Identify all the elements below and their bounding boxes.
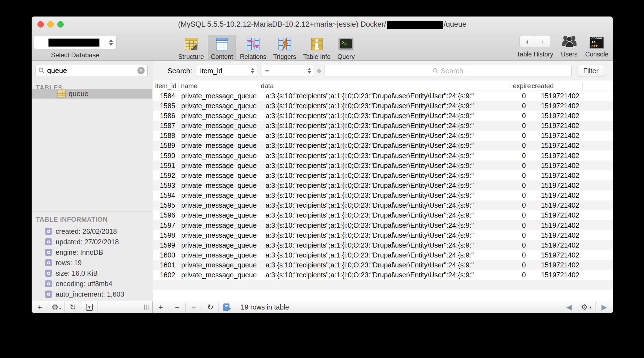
cell-expire[interactable]: 0 bbox=[510, 152, 529, 160]
column-header-name[interactable]: name bbox=[178, 81, 258, 91]
cell-item_id[interactable]: 1595 bbox=[153, 201, 178, 209]
table-filter-field[interactable]: queue × bbox=[35, 64, 148, 77]
triggers-button[interactable]: Triggers bbox=[270, 35, 299, 62]
cell-data[interactable]: a:3:{s:10:"recipients";a:1:{i:0;O:23:"Dr… bbox=[258, 241, 510, 249]
query-button[interactable]: Query bbox=[335, 35, 358, 62]
users-button[interactable]: Users bbox=[561, 35, 578, 58]
cell-expire[interactable]: 0 bbox=[510, 271, 529, 279]
cell-created[interactable]: 1519721402 bbox=[529, 261, 583, 269]
refresh-tables-button[interactable]: ↻ bbox=[65, 301, 81, 313]
filter-button[interactable]: Filter bbox=[578, 65, 604, 77]
table-row[interactable]: 1590private_message_queuea:3:{s:10:"reci… bbox=[153, 151, 613, 161]
cell-data[interactable]: a:3:{s:10:"recipients";a:1:{i:0;O:23:"Dr… bbox=[258, 132, 510, 140]
cell-created[interactable]: 1519721402 bbox=[529, 122, 583, 130]
table-row[interactable]: 1587private_message_queuea:3:{s:10:"reci… bbox=[153, 121, 613, 131]
table-row[interactable]: 1597private_message_queuea:3:{s:10:"reci… bbox=[153, 220, 613, 230]
refresh-rows-button[interactable]: ↻ bbox=[202, 303, 219, 312]
cell-name[interactable]: private_message_queue bbox=[178, 102, 258, 110]
column-header-data[interactable]: data bbox=[258, 81, 510, 91]
duplicate-row-button[interactable]: ＋ bbox=[186, 302, 202, 313]
cell-name[interactable]: private_message_queue bbox=[178, 112, 258, 120]
table-row[interactable]: 1596private_message_queuea:3:{s:10:"reci… bbox=[153, 210, 613, 220]
cell-name[interactable]: private_message_queue bbox=[178, 271, 258, 279]
cell-expire[interactable]: 0 bbox=[510, 261, 529, 269]
table-row[interactable]: 1592private_message_queuea:3:{s:10:"reci… bbox=[153, 170, 613, 180]
previous-page-button[interactable]: ◀ bbox=[560, 301, 578, 313]
cell-item_id[interactable]: 1592 bbox=[153, 172, 178, 180]
cell-expire[interactable]: 0 bbox=[510, 142, 529, 150]
cell-data[interactable]: a:3:{s:10:"recipients";a:1:{i:0;O:23:"Dr… bbox=[258, 251, 510, 259]
cell-name[interactable]: private_message_queue bbox=[178, 122, 258, 130]
cell-data[interactable]: a:3:{s:10:"recipients";a:1:{i:0;O:23:"Dr… bbox=[258, 142, 510, 150]
console-button[interactable]: conso le off Console bbox=[585, 36, 608, 58]
cell-data[interactable]: a:3:{s:10:"recipients";a:1:{i:0;O:23:"Dr… bbox=[258, 162, 510, 170]
cell-created[interactable]: 1519721402 bbox=[529, 251, 583, 259]
cell-name[interactable]: private_message_queue bbox=[178, 231, 258, 239]
cell-data[interactable]: a:3:{s:10:"recipients";a:1:{i:0;O:23:"Dr… bbox=[258, 92, 510, 100]
table-row[interactable]: 1588private_message_queuea:3:{s:10:"reci… bbox=[153, 131, 613, 141]
cell-expire[interactable]: 0 bbox=[510, 231, 529, 239]
cell-name[interactable]: private_message_queue bbox=[178, 241, 258, 249]
cell-created[interactable]: 1519721402 bbox=[529, 152, 583, 160]
cell-created[interactable]: 1519721402 bbox=[529, 211, 583, 219]
relations-button[interactable]: Relations bbox=[237, 35, 269, 62]
table-row[interactable]: 1584private_message_queuea:3:{s:10:"reci… bbox=[153, 91, 613, 101]
next-page-button[interactable]: ▶ bbox=[595, 301, 613, 313]
cell-name[interactable]: private_message_queue bbox=[178, 201, 258, 209]
cell-created[interactable]: 1519721402 bbox=[529, 162, 583, 170]
filter-column-popup[interactable]: item_id bbox=[196, 65, 257, 77]
cell-created[interactable]: 1519721402 bbox=[529, 221, 583, 229]
column-header-created[interactable]: created bbox=[529, 81, 583, 91]
cell-created[interactable]: 1519721402 bbox=[529, 102, 583, 110]
cell-created[interactable]: 1519721402 bbox=[529, 181, 583, 189]
cell-item_id[interactable]: 1588 bbox=[153, 132, 178, 140]
content-button[interactable]: Content bbox=[208, 35, 236, 62]
cell-name[interactable]: private_message_queue bbox=[178, 142, 258, 150]
cell-item_id[interactable]: 1597 bbox=[153, 221, 178, 229]
cell-item_id[interactable]: 1591 bbox=[153, 162, 178, 170]
cell-data[interactable]: a:3:{s:10:"recipients";a:1:{i:0;O:23:"Dr… bbox=[258, 231, 510, 239]
cell-name[interactable]: private_message_queue bbox=[178, 172, 258, 180]
cell-expire[interactable]: 0 bbox=[510, 112, 529, 120]
table-row[interactable]: 1586private_message_queuea:3:{s:10:"reci… bbox=[153, 111, 613, 121]
cell-created[interactable]: 1519721402 bbox=[529, 231, 583, 239]
clear-search-icon[interactable]: × bbox=[137, 67, 145, 74]
cell-expire[interactable]: 0 bbox=[510, 181, 529, 189]
cell-data[interactable]: a:3:{s:10:"recipients";a:1:{i:0;O:23:"Dr… bbox=[258, 152, 510, 160]
cell-created[interactable]: 1519721402 bbox=[529, 142, 583, 150]
table-row[interactable]: 1598private_message_queuea:3:{s:10:"reci… bbox=[153, 230, 613, 240]
cell-data[interactable]: a:3:{s:10:"recipients";a:1:{i:0;O:23:"Dr… bbox=[258, 271, 510, 279]
cell-item_id[interactable]: 1602 bbox=[153, 271, 178, 279]
cell-item_id[interactable]: 1590 bbox=[153, 152, 178, 160]
content-search-input[interactable]: Search bbox=[324, 65, 572, 77]
sidebar-item-queue[interactable]: queue bbox=[32, 89, 152, 99]
cell-created[interactable]: 1519721402 bbox=[529, 271, 583, 279]
cell-data[interactable]: a:3:{s:10:"recipients";a:1:{i:0;O:23:"Dr… bbox=[258, 172, 510, 180]
cell-name[interactable]: private_message_queue bbox=[178, 261, 258, 269]
add-row-button[interactable]: + bbox=[153, 303, 169, 312]
cell-created[interactable]: 1519721402 bbox=[529, 92, 583, 100]
table-row[interactable]: 1589private_message_queuea:3:{s:10:"reci… bbox=[153, 141, 613, 151]
cell-expire[interactable]: 0 bbox=[510, 251, 529, 259]
cell-item_id[interactable]: 1598 bbox=[153, 231, 178, 239]
cell-name[interactable]: private_message_queue bbox=[178, 191, 258, 199]
cell-expire[interactable]: 0 bbox=[510, 201, 529, 209]
cell-item_id[interactable]: 1593 bbox=[153, 181, 178, 189]
filter-operator-popup[interactable]: = bbox=[261, 65, 314, 77]
cell-data[interactable]: a:3:{s:10:"recipients";a:1:{i:0;O:23:"Dr… bbox=[258, 181, 510, 189]
table-row[interactable]: 1601private_message_queuea:3:{s:10:"reci… bbox=[153, 260, 613, 270]
cell-data[interactable]: a:3:{s:10:"recipients";a:1:{i:0;O:23:"Dr… bbox=[258, 122, 510, 130]
console-toggle-button[interactable]: ▼ bbox=[81, 301, 98, 313]
column-header-item-id[interactable]: item_id bbox=[153, 81, 178, 91]
cell-expire[interactable]: 0 bbox=[510, 162, 529, 170]
cell-created[interactable]: 1519721402 bbox=[529, 191, 583, 199]
cell-item_id[interactable]: 1584 bbox=[153, 92, 178, 100]
cell-item_id[interactable]: 1587 bbox=[153, 122, 178, 130]
cell-data[interactable]: a:3:{s:10:"recipients";a:1:{i:0;O:23:"Dr… bbox=[258, 221, 510, 229]
cell-item_id[interactable]: 1596 bbox=[153, 211, 178, 219]
structure-button[interactable]: Structure bbox=[175, 35, 207, 62]
cell-item_id[interactable]: 1589 bbox=[153, 142, 178, 150]
cell-data[interactable]: a:3:{s:10:"recipients";a:1:{i:0;O:23:"Dr… bbox=[258, 102, 510, 110]
table-row[interactable]: 1594private_message_queuea:3:{s:10:"reci… bbox=[153, 191, 613, 200]
cell-expire[interactable]: 0 bbox=[510, 122, 529, 130]
